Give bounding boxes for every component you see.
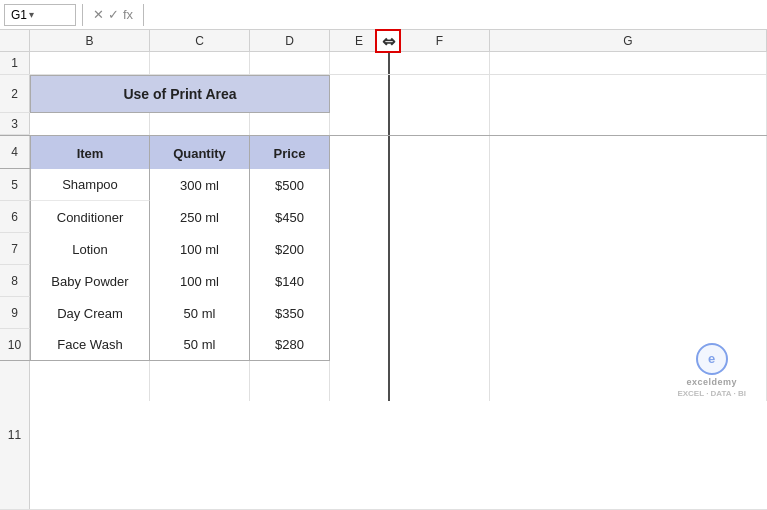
cell-c9-qty[interactable]: 50 ml (150, 297, 250, 329)
price-header-label: Price (274, 146, 306, 161)
cell-g3[interactable] (490, 113, 767, 135)
row-5: 5 Shampoo 300 ml $500 (0, 169, 767, 201)
row-num-9: 9 (0, 297, 30, 328)
cell-d9-price[interactable]: $350 (250, 297, 330, 329)
cell-g5[interactable] (490, 169, 767, 201)
cell-e7[interactable] (330, 233, 390, 265)
cell-e9[interactable] (330, 297, 390, 329)
spreadsheet: B C D E ⇔ F G 1 (0, 30, 767, 510)
cell-d11[interactable] (250, 361, 330, 401)
row-num-1: 1 (0, 52, 30, 74)
cell-c1[interactable] (150, 52, 250, 74)
cell-b3[interactable] (30, 113, 150, 135)
row-6: 6 Conditioner 250 ml $450 (0, 201, 767, 233)
cell-b2-title[interactable]: Use of Print Area (30, 75, 330, 113)
cell-b6-item[interactable]: Conditioner (30, 201, 150, 233)
cell-d1[interactable] (250, 52, 330, 74)
cell-b1[interactable] (30, 52, 150, 74)
cell-d10-price[interactable]: $280 (250, 329, 330, 361)
cell-c8-qty[interactable]: 100 ml (150, 265, 250, 297)
item-header-label: Item (77, 146, 104, 161)
cell-f2[interactable] (390, 75, 490, 113)
cell-b5-item[interactable]: Shampoo (30, 169, 150, 201)
cell-b4-item-header[interactable]: Item (30, 136, 150, 170)
cell-e10[interactable] (330, 329, 390, 361)
cell-f6[interactable] (390, 201, 490, 233)
col-header-f[interactable]: F (390, 30, 490, 51)
cell-f8[interactable] (390, 265, 490, 297)
cell-e2[interactable] (330, 75, 390, 113)
cell-reference-box[interactable]: G1 ▾ (4, 4, 76, 26)
cancel-formula-icon[interactable]: ✕ (93, 7, 104, 22)
cell-c11[interactable] (150, 361, 250, 401)
price-0: $500 (275, 178, 304, 193)
cell-e5[interactable] (330, 169, 390, 201)
confirm-formula-icon[interactable]: ✓ (108, 7, 119, 22)
item-4: Day Cream (57, 306, 123, 321)
item-5: Face Wash (57, 337, 122, 352)
cell-f10[interactable] (390, 329, 490, 361)
cell-e6[interactable] (330, 201, 390, 233)
cell-f9[interactable] (390, 297, 490, 329)
cell-d7-price[interactable]: $200 (250, 233, 330, 265)
cell-e4[interactable] (330, 136, 390, 170)
cell-g9[interactable] (490, 297, 767, 329)
row-num-header (0, 30, 30, 51)
row-10: 10 Face Wash 50 ml $280 (0, 329, 767, 361)
watermark-text-line1: exceldemy (686, 377, 737, 388)
col-header-e[interactable]: E ⇔ (330, 30, 390, 51)
cell-c4-qty-header[interactable]: Quantity (150, 136, 250, 170)
cell-f7[interactable] (390, 233, 490, 265)
formula-bar-icons: ✕ ✓ fx (89, 7, 137, 22)
row-num-11: 11 (0, 361, 30, 509)
cell-g10[interactable] (490, 329, 767, 361)
cell-f3[interactable] (390, 113, 490, 135)
qty-0: 300 ml (180, 178, 219, 193)
cell-d4-price-header[interactable]: Price (250, 136, 330, 170)
row-num-3: 3 (0, 113, 30, 134)
cell-g11[interactable]: e exceldemy EXCEL · DATA · BI (490, 361, 767, 401)
cell-g6[interactable] (490, 201, 767, 233)
price-1: $450 (275, 210, 304, 225)
column-headers: B C D E ⇔ F G (0, 30, 767, 52)
resize-cursor-icon[interactable]: ⇔ (382, 32, 395, 51)
cell-ref-dropdown-icon[interactable]: ▾ (29, 9, 34, 20)
cell-b9-item[interactable]: Day Cream (30, 297, 150, 329)
cell-b10-item[interactable]: Face Wash (30, 329, 150, 361)
cell-f1[interactable] (390, 52, 490, 74)
cell-e8[interactable] (330, 265, 390, 297)
cell-e3[interactable] (330, 113, 390, 135)
col-header-g[interactable]: G (490, 30, 767, 51)
price-3: $140 (275, 274, 304, 289)
cell-c7-qty[interactable]: 100 ml (150, 233, 250, 265)
cell-f5[interactable] (390, 169, 490, 201)
cell-b7-item[interactable]: Lotion (30, 233, 150, 265)
col-header-c[interactable]: C (150, 30, 250, 51)
cell-g1[interactable] (490, 52, 767, 74)
cell-f4[interactable] (390, 136, 490, 170)
rows-area: 1 2 Use of Print Area (0, 52, 767, 510)
column-resize-handle[interactable]: ⇔ (375, 29, 401, 53)
insert-function-icon[interactable]: fx (123, 7, 133, 22)
cell-f11[interactable] (390, 361, 490, 401)
cell-c6-qty[interactable]: 250 ml (150, 201, 250, 233)
col-header-d[interactable]: D (250, 30, 330, 51)
cell-g2[interactable] (490, 75, 767, 113)
app-container: G1 ▾ ✕ ✓ fx B C D E ⇔ F G (0, 0, 767, 510)
cell-d3[interactable] (250, 113, 330, 135)
cell-g4[interactable] (490, 136, 767, 170)
col-header-b[interactable]: B (30, 30, 150, 51)
cell-d8-price[interactable]: $140 (250, 265, 330, 297)
cell-c5-qty[interactable]: 300 ml (150, 169, 250, 201)
cell-e1[interactable] (330, 52, 390, 74)
formula-input[interactable] (150, 4, 763, 26)
cell-g8[interactable] (490, 265, 767, 297)
cell-c10-qty[interactable]: 50 ml (150, 329, 250, 361)
cell-g7[interactable] (490, 233, 767, 265)
cell-b11[interactable] (30, 361, 150, 401)
cell-b8-item[interactable]: Baby Powder (30, 265, 150, 297)
cell-c3[interactable] (150, 113, 250, 135)
cell-e11[interactable] (330, 361, 390, 401)
cell-d6-price[interactable]: $450 (250, 201, 330, 233)
cell-d5-price[interactable]: $500 (250, 169, 330, 201)
